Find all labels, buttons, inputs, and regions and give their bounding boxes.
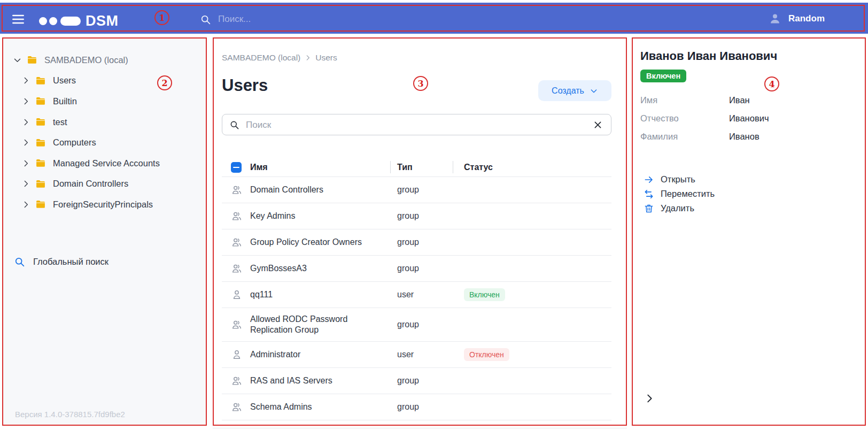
chevron-right-icon[interactable] — [21, 138, 30, 147]
field-row: Имя Иван — [640, 91, 854, 109]
table-row[interactable]: Key Admins group — [222, 203, 611, 229]
tree-item-label: test — [53, 117, 67, 127]
logo-text: DSM — [86, 16, 119, 26]
column-divider — [453, 161, 453, 173]
tree-item-foreign-security-principals[interactable]: ForeignSecurityPrincipals — [3, 194, 206, 215]
list-search-input[interactable] — [245, 117, 578, 134]
row-type: group — [397, 211, 464, 221]
details-actions: Открыть Переместить Удалить — [644, 172, 715, 216]
column-divider — [390, 161, 391, 173]
table-row[interactable]: qq111 user Включен — [222, 282, 611, 308]
folder-icon — [27, 55, 37, 65]
breadcrumb-users[interactable]: Users — [315, 53, 337, 63]
row-name: Group Policy Creator Owners — [250, 237, 397, 248]
user-avatar-icon — [769, 12, 781, 25]
row-name: RAS and IAS Servers — [250, 375, 397, 386]
chevron-right-icon[interactable] — [21, 179, 30, 188]
field-value: Иван — [729, 95, 750, 105]
hamburger-menu-icon[interactable] — [10, 12, 26, 26]
tree-item-test[interactable]: test — [3, 112, 206, 133]
users-table: Имя Тип Статус Domain Controllers group … — [222, 158, 611, 420]
folder-icon — [35, 75, 46, 86]
table-row[interactable]: RAS and IAS Servers group — [222, 368, 611, 394]
group-icon — [231, 263, 243, 274]
row-type: group — [397, 264, 464, 273]
column-header-status[interactable]: Статус — [464, 163, 611, 172]
arrow-right-icon — [644, 174, 654, 185]
status-badge: Отключен — [464, 348, 509, 361]
tree-item-domain-controllers[interactable]: Domain Controllers — [3, 174, 206, 195]
global-search-input[interactable] — [217, 11, 495, 28]
status-badge: Включен — [464, 288, 505, 301]
row-name: Administrator — [250, 349, 397, 360]
breadcrumb-domain[interactable]: SAMBADEMO (local) — [222, 53, 300, 63]
table-row[interactable]: Allowed RODC Password Replication Group … — [222, 308, 611, 342]
app-header: DSM Random — [0, 3, 868, 34]
row-status: Отключен — [464, 348, 611, 361]
sidebar-item-global-search[interactable]: Глобальный поиск — [14, 256, 108, 267]
move-action[interactable]: Переместить — [644, 187, 715, 201]
chevron-down-icon[interactable] — [13, 56, 22, 65]
row-type: user — [397, 350, 464, 359]
tree-item-builtin[interactable]: Builtin — [3, 91, 206, 112]
group-icon — [231, 375, 243, 387]
group-icon — [231, 184, 243, 196]
group-icon — [231, 236, 243, 248]
folder-icon — [35, 137, 46, 148]
collapse-panel-chevron-icon[interactable] — [644, 393, 655, 404]
folder-icon — [35, 117, 46, 127]
row-status: Включен — [464, 288, 611, 301]
table-row[interactable]: Group Policy Creator Owners group — [222, 229, 611, 256]
user-icon — [231, 289, 243, 301]
tree-item-label: Domain Controllers — [53, 179, 128, 189]
annotation-bubble-4: 4 — [764, 76, 779, 91]
table-row[interactable]: Administrator user Отключен — [222, 342, 611, 368]
global-search-label: Глобальный поиск — [33, 257, 108, 267]
logo-pill — [60, 17, 81, 26]
details-fields: Имя Иван Отчество Иванович Фамилия Ивано… — [640, 91, 854, 145]
details-title: Иванов Иван Иванович — [640, 49, 777, 63]
user-name: Random — [788, 13, 825, 24]
table-row[interactable]: GymBossesA3 group — [222, 256, 611, 282]
tree-item-label: SAMBADEMO (local) — [44, 55, 128, 65]
annotation-bubble-2: 2 — [157, 75, 172, 90]
tree-item-domain-root[interactable]: SAMBADEMO (local) — [3, 50, 206, 71]
chevron-right-icon[interactable] — [21, 200, 30, 209]
tree-item-label: Users — [53, 75, 76, 86]
row-name: qq111 — [250, 289, 397, 300]
delete-action[interactable]: Удалить — [644, 201, 715, 216]
row-name: Schema Admins — [250, 402, 397, 412]
search-icon — [229, 120, 239, 130]
table-row[interactable]: Domain Controllers group — [222, 177, 611, 203]
field-label: Фамилия — [640, 132, 729, 142]
action-label: Открыть — [661, 174, 695, 185]
breadcrumb: SAMBADEMO (local) Users — [222, 53, 337, 63]
row-type: group — [397, 320, 464, 329]
row-name: Domain Controllers — [250, 185, 397, 195]
tree-item-managed-service-accounts[interactable]: Managed Service Accounts — [3, 153, 206, 174]
select-all-checkbox[interactable] — [231, 162, 242, 173]
group-icon — [231, 319, 243, 331]
tree-item-users[interactable]: Users — [3, 71, 206, 91]
clear-search-icon[interactable] — [593, 120, 603, 130]
chevron-right-icon[interactable] — [21, 159, 30, 168]
open-action[interactable]: Открыть — [644, 172, 715, 187]
folder-icon — [35, 96, 46, 106]
chevron-down-icon — [590, 87, 598, 95]
row-type: group — [397, 402, 464, 412]
folder-icon — [35, 199, 46, 210]
chevron-right-icon — [304, 54, 312, 62]
logo-dot — [49, 17, 57, 25]
domain-tree: SAMBADEMO (local) Users Builtin test Com… — [3, 50, 206, 215]
chevron-right-icon[interactable] — [21, 76, 30, 85]
table-row[interactable]: Schema Admins group — [222, 394, 611, 420]
annotation-bubble-3: 3 — [413, 76, 428, 91]
create-button[interactable]: Создать — [538, 80, 611, 101]
chevron-right-icon[interactable] — [21, 97, 30, 106]
column-header-type[interactable]: Тип — [397, 163, 464, 172]
user-menu[interactable]: Random — [769, 12, 825, 25]
tree-item-computers[interactable]: Computers — [3, 132, 206, 153]
column-header-name[interactable]: Имя — [250, 163, 397, 172]
row-divider — [213, 428, 627, 428]
chevron-right-icon[interactable] — [21, 118, 30, 127]
